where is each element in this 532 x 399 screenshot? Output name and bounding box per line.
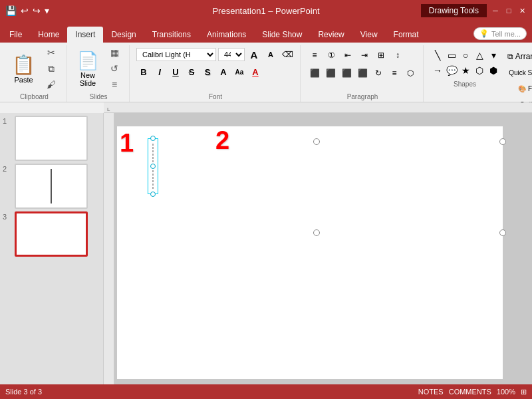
drawing-group: ╲ ▭ ○ △ ▾ → 💬 ★ ⬡ ⬢ Shapes ⧉ Arrange Qui… <box>425 45 532 102</box>
search-icon: 💡 <box>479 29 489 38</box>
layout-button[interactable]: ▦ <box>105 45 124 60</box>
tab-format[interactable]: Format <box>386 27 427 43</box>
tab-transitions[interactable]: Transitions <box>144 27 199 43</box>
new-slide-icon: 📄 <box>77 51 98 71</box>
save-icon[interactable]: 💾 <box>5 5 17 16</box>
font-row-1: Calibri Light (H 44 A A ⌫ <box>136 48 295 61</box>
tab-view[interactable]: View <box>352 27 386 43</box>
tab-insert[interactable]: Insert <box>67 27 103 43</box>
shape-connector[interactable]: ⬡ <box>472 63 487 78</box>
slide-small-btns: ▦ ↺ ≡ <box>105 45 124 92</box>
tab-home[interactable]: Home <box>30 27 67 43</box>
tab-review[interactable]: Review <box>310 27 352 43</box>
text-direction-button[interactable]: ↻ <box>371 66 386 80</box>
italic-button[interactable]: I <box>152 65 167 79</box>
format-painter-button[interactable]: 🖌 <box>42 77 61 92</box>
align-text-button[interactable]: ≡ <box>387 66 402 80</box>
zoom-level: 100% <box>497 388 515 396</box>
font-color-button[interactable]: A <box>248 65 263 79</box>
arrange-button[interactable]: ⧉ Arrange <box>507 49 532 64</box>
decrease-indent-button[interactable]: ⇤ <box>340 48 355 63</box>
redo-icon[interactable]: ↪ <box>33 5 41 16</box>
section-button[interactable]: ≡ <box>105 77 124 92</box>
tab-slideshow[interactable]: Slide Show <box>254 27 310 43</box>
align-center-button[interactable]: ⬛ <box>323 66 338 80</box>
reset-button[interactable]: ↺ <box>105 61 124 76</box>
comments-button[interactable]: COMMENTS <box>449 388 491 396</box>
font-name-select[interactable]: Calibri Light (H <box>136 48 216 61</box>
slide-1-number: 1 <box>3 116 12 125</box>
clipboard-small-btns: ✂ ⧉ 🖌 <box>42 45 61 92</box>
tab-design[interactable]: Design <box>103 27 144 43</box>
ribbon-tabs: File Home Insert Design Transitions Anim… <box>0 21 532 43</box>
shape-star[interactable]: ★ <box>458 63 473 78</box>
title-bar-right: Drawing Tools ─ □ ✕ <box>421 4 527 17</box>
cut-button[interactable]: ✂ <box>42 45 61 60</box>
new-slide-button[interactable]: 📄 NewSlide <box>73 48 102 90</box>
clipboard-group: 📋 Paste ✂ ⧉ 🖌 Clipboard <box>3 45 66 102</box>
tab-file[interactable]: File <box>1 27 30 43</box>
quick-styles-button[interactable]: Quick Styles <box>507 65 532 80</box>
strikethrough-button[interactable]: S <box>184 65 199 79</box>
handle-mid[interactable] <box>150 164 156 169</box>
increase-font-button[interactable]: A <box>247 48 261 61</box>
justify-button[interactable]: ⬛ <box>355 66 370 80</box>
tab-animations[interactable]: Animations <box>199 27 254 43</box>
app-title: Presentation1 – PowerPoint <box>212 6 319 16</box>
bold-button[interactable]: B <box>136 65 151 79</box>
slide-2-entry[interactable]: 2 <box>3 164 100 209</box>
spacing-button[interactable]: A <box>216 65 231 79</box>
shape-line[interactable]: ╲ <box>430 48 445 63</box>
paste-button[interactable]: 📋 Paste <box>8 51 39 86</box>
underline-button[interactable]: U <box>168 65 183 79</box>
slide-3-entry[interactable]: 3 <box>3 211 100 257</box>
shape-rect[interactable]: ▭ <box>444 48 459 63</box>
para-spacing-button[interactable]: ↕ <box>390 48 405 63</box>
font-size-select[interactable]: 44 <box>218 48 245 61</box>
shape-more[interactable]: ▾ <box>486 48 501 63</box>
shape-triangle[interactable]: △ <box>472 48 487 63</box>
slide-3-number: 3 <box>3 211 12 221</box>
slide-3-thumb <box>15 211 88 257</box>
handle-top[interactable] <box>150 136 156 141</box>
slide-1-entry[interactable]: 1 <box>3 116 100 161</box>
minimize-button[interactable]: ─ <box>491 6 500 15</box>
smartart-button[interactable]: ⬡ <box>403 66 418 80</box>
increase-indent-button[interactable]: ⇥ <box>357 48 372 63</box>
tell-me-input[interactable]: 💡 Tell me... <box>473 27 527 40</box>
columns-button[interactable]: ⊞ <box>374 48 388 63</box>
slide-canvas[interactable]: 1 <box>117 126 503 379</box>
handle-bottom[interactable] <box>150 192 156 197</box>
drawing-shapes-label: Shapes <box>454 79 476 88</box>
case-button[interactable]: Aa <box>232 65 247 79</box>
align-right-button[interactable]: ⬛ <box>339 66 354 80</box>
fill-button[interactable]: 🎨 Fill <box>507 81 532 96</box>
shape-callout[interactable]: 💬 <box>444 63 459 78</box>
notes-button[interactable]: NOTES <box>418 388 444 396</box>
fit-button[interactable]: ⊞ <box>521 388 527 396</box>
shape-circle[interactable]: ○ <box>458 48 473 63</box>
customize-icon[interactable]: ▾ <box>45 5 49 16</box>
undo-icon[interactable]: ↩ <box>21 5 29 16</box>
numbering-button[interactable]: ① <box>324 48 338 63</box>
slide-count: Slide 3 of 3 <box>5 388 42 396</box>
anchor-top-far <box>499 138 506 145</box>
bullets-button[interactable]: ≡ <box>307 48 322 63</box>
shape-arrow[interactable]: → <box>430 63 445 78</box>
label-2: 2 <box>215 126 229 155</box>
clear-format-button[interactable]: ⌫ <box>280 48 295 61</box>
shape-action[interactable]: ⬢ <box>486 63 501 78</box>
close-button[interactable]: ✕ <box>517 6 527 15</box>
align-left-button[interactable]: ⬛ <box>307 66 322 80</box>
canvas-area[interactable]: 1 2 <box>104 113 532 384</box>
ribbon: 📋 Paste ✂ ⧉ 🖌 Clipboard 📄 NewSlide ▦ ↺ ≡… <box>0 43 532 102</box>
decrease-font-button[interactable]: A <box>263 48 278 61</box>
status-right: NOTES COMMENTS 100% ⊞ <box>418 388 527 396</box>
copy-button[interactable]: ⧉ <box>42 61 61 76</box>
font-group: Calibri Light (H 44 A A ⌫ B I U S S A Aa… <box>131 45 301 102</box>
line-shape[interactable] <box>145 138 161 194</box>
shadow-button[interactable]: S <box>200 65 215 79</box>
slide-1-thumb <box>15 116 88 161</box>
slide-panel: 1 2 3 <box>0 113 104 384</box>
maximize-button[interactable]: □ <box>504 6 513 15</box>
